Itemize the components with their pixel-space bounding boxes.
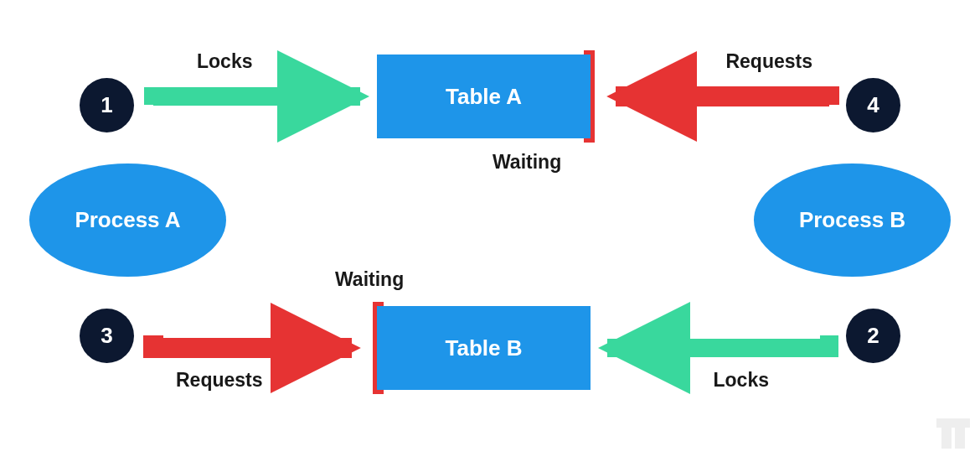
svg-rect-1 — [941, 428, 952, 449]
step-number-4: 4 — [867, 92, 879, 118]
arrow-requests-b — [153, 335, 352, 348]
deadlock-diagram: Process A Process B Table A Table B 1 2 … — [0, 0, 980, 462]
brand-logo-icon — [936, 418, 970, 452]
process-a-label: Process A — [75, 207, 180, 233]
step-badge-1: 1 — [80, 78, 134, 132]
step-number-3: 3 — [101, 323, 112, 349]
label-requests-bottom: Requests — [176, 369, 263, 392]
svg-rect-0 — [936, 418, 970, 428]
arrow-locks-a — [153, 96, 360, 105]
table-a-node: Table A — [377, 55, 591, 138]
table-a-label: Table A — [446, 84, 522, 110]
label-locks-top: Locks — [197, 50, 252, 73]
label-locks-bottom: Locks — [714, 369, 769, 392]
step-number-1: 1 — [101, 92, 112, 118]
svg-rect-2 — [955, 428, 965, 449]
step-badge-3: 3 — [80, 309, 134, 363]
process-a-node: Process A — [29, 164, 226, 277]
label-requests-top: Requests — [725, 50, 812, 73]
process-b-node: Process B — [754, 164, 951, 277]
label-waiting-top: Waiting — [493, 151, 561, 174]
process-b-label: Process B — [799, 207, 905, 233]
arrow-locks-b — [607, 335, 829, 348]
arrow-requests-a — [616, 96, 829, 105]
table-b-node: Table B — [377, 306, 591, 390]
step-badge-4: 4 — [846, 78, 900, 132]
step-badge-2: 2 — [846, 309, 900, 363]
table-b-label: Table B — [446, 335, 523, 361]
step-number-2: 2 — [867, 323, 879, 349]
label-waiting-bottom: Waiting — [335, 268, 404, 291]
